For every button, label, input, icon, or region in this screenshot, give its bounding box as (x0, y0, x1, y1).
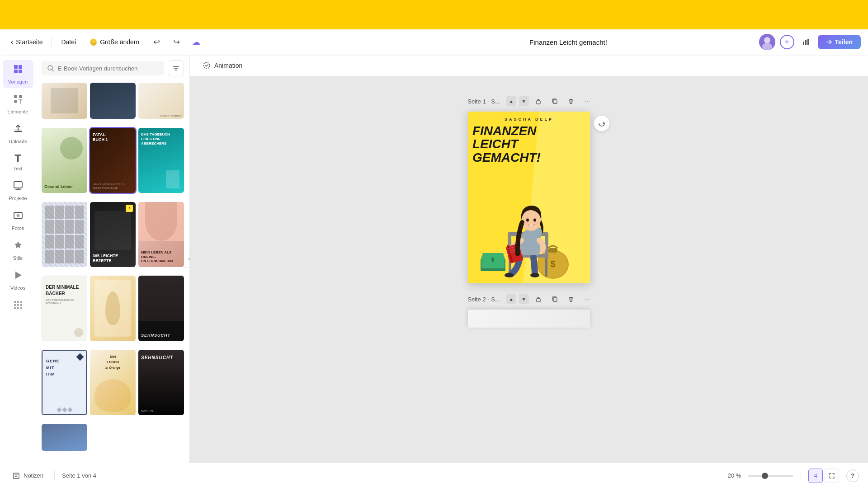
redo-button[interactable]: ↪ (169, 35, 184, 49)
sidebar-item-text[interactable]: T Text (3, 150, 33, 175)
template-grid: Sascha Fröhmann Gesund Leben FATAL:BUCH … (36, 80, 189, 463)
grid-view-button[interactable]: 4 (808, 469, 823, 483)
template-panel: Sascha Fröhmann Gesund Leben FATAL:BUCH … (36, 55, 190, 463)
filter-button[interactable] (168, 60, 184, 76)
svg-marker-18 (15, 272, 22, 279)
page2-more-button[interactable] (580, 292, 594, 306)
page1-more-button[interactable] (580, 94, 594, 108)
template-item[interactable]: ! 365 LEICHTE REZEPTE (90, 202, 136, 267)
svg-rect-13 (14, 129, 22, 132)
template-item[interactable] (42, 202, 87, 267)
book-page-2[interactable] (468, 310, 590, 328)
svg-point-1 (764, 37, 770, 43)
page2-down-button[interactable]: ▼ (519, 294, 529, 304)
page2-delete-button[interactable] (564, 292, 578, 306)
page2-wrapper: Seite 2 - S... ▲ ▼ (464, 292, 594, 328)
search-bar (36, 55, 189, 80)
template-item[interactable]: DER MINIMALE BÄCKER DAS PREISGÜNSTIGE BA… (42, 276, 87, 341)
header-left: ‹ Startseite Datei 🪙 Größe ändern ↩ ↪ ☁ (7, 35, 377, 49)
sidebar-item-vorlagen[interactable]: Vorlagen (3, 60, 33, 88)
size-label: Größe ändern (100, 38, 139, 46)
sidebar-item-uploads[interactable]: Uploads (3, 120, 33, 148)
animation-button[interactable]: Animation (199, 60, 246, 71)
page2-up-button[interactable]: ▲ (506, 294, 516, 304)
avatar[interactable] (759, 34, 775, 50)
sidebar-item-label-vorlagen: Vorlagen (8, 79, 28, 84)
view-buttons: 4 (808, 469, 839, 483)
sidebar-item-label-projekte: Projekte (9, 196, 27, 201)
sidebar-item-projekte[interactable]: Projekte (3, 177, 33, 205)
undo-button[interactable]: ↩ (149, 35, 164, 49)
size-button[interactable]: 🪙 Größe ändern (85, 37, 144, 47)
help-button[interactable]: ? (846, 469, 859, 482)
page1-lock-button[interactable] (532, 94, 545, 108)
svg-point-16 (16, 214, 19, 217)
sidebar-item-pattern[interactable] (3, 296, 33, 317)
page1-down-button[interactable]: ▼ (519, 96, 529, 106)
sidebar-item-label-fotos: Fotos (12, 225, 24, 231)
cloud-button[interactable]: ☁ (189, 35, 203, 49)
zoom-controls: 20 % (724, 472, 793, 479)
template-item[interactable]: FATAL:BUCH 1 HANDLUNGEN MITTELS SELBSTSA… (90, 128, 136, 193)
template-item[interactable] (42, 83, 87, 119)
svg-rect-23 (17, 304, 19, 306)
stile-icon (13, 240, 24, 253)
zoom-level: 20 % (724, 472, 745, 479)
template-item[interactable]: Sascha Fröhmann (138, 83, 184, 119)
page2-lock-button[interactable] (532, 292, 545, 306)
elemente-icon (13, 94, 24, 107)
page1-author: SASCHA DELP (468, 117, 590, 122)
zoom-thumb[interactable] (762, 473, 768, 479)
svg-rect-11 (19, 95, 22, 98)
canvas-scroll[interactable]: Seite 1 - S... ▲ ▼ (190, 76, 868, 463)
sidebar-item-label-uploads: Uploads (9, 139, 27, 144)
svg-rect-26 (17, 307, 19, 309)
page1-copy-button[interactable] (548, 94, 561, 108)
share-button[interactable]: Teilen (818, 35, 861, 49)
page2-copy-button[interactable] (548, 292, 561, 306)
template-item[interactable] (90, 276, 136, 341)
svg-rect-4 (805, 40, 807, 45)
page1-title-line2: LEICHT (472, 137, 585, 150)
vorlagen-icon (13, 64, 24, 77)
coin-icon: 🪙 (90, 38, 97, 46)
help-label: ? (851, 472, 854, 479)
zoom-slider[interactable] (748, 475, 793, 477)
template-item[interactable] (42, 424, 87, 451)
notes-button[interactable]: Notizen (9, 470, 47, 481)
page1-delete-button[interactable] (564, 94, 578, 108)
collapse-panel-button[interactable]: ‹ (184, 250, 190, 268)
back-button[interactable]: ‹ Startseite (7, 36, 46, 48)
add-collaborator-button[interactable]: + (780, 35, 794, 49)
svg-point-56 (524, 222, 528, 225)
page1-up-button[interactable]: ▲ (506, 96, 516, 106)
page1-toolbar: Seite 1 - S... ▲ ▼ (464, 94, 594, 108)
sidebar-item-elemente[interactable]: Elemente (3, 90, 33, 118)
template-item[interactable]: DAS TAGEBUCH EINES UNI-ABBRECHERS (138, 128, 184, 193)
text-icon: T (14, 153, 21, 164)
template-item[interactable]: SEHNSUCHT (138, 276, 184, 341)
template-item[interactable]: Gesund Leben (42, 128, 87, 193)
stats-button[interactable] (799, 35, 813, 49)
fullscreen-button[interactable] (825, 469, 839, 483)
sidebar-item-label-videos: Videos (10, 285, 25, 291)
book-page-1[interactable]: SASCHA DELP FINANZEN LEICHT GEMACHT! (468, 112, 590, 283)
search-input-wrap[interactable] (42, 61, 164, 75)
sidebar-item-stile[interactable]: Stile (3, 236, 33, 264)
svg-rect-20 (17, 301, 19, 303)
sidebar-item-videos[interactable]: Videos (3, 266, 33, 294)
template-item[interactable]: MEIN LEBEN ALS ONLINE-UNTERNEHMERIN (138, 202, 184, 267)
template-item[interactable] (90, 83, 136, 119)
svg-rect-8 (14, 70, 18, 73)
template-item[interactable]: GEHEMITIHM (42, 350, 87, 415)
template-item[interactable]: SEHNSUCHT Noel Eni... (138, 350, 184, 415)
sidebar-item-fotos[interactable]: Fotos (3, 206, 33, 235)
svg-rect-14 (14, 182, 22, 188)
page1-title: FINANZEN LEICHT GEMACHT! (472, 124, 585, 164)
datei-menu[interactable]: Datei (57, 37, 80, 47)
share-label: Teilen (835, 38, 853, 46)
search-input[interactable] (58, 65, 159, 72)
template-item[interactable]: EINLEBENin Orange (90, 350, 136, 415)
refresh-button[interactable] (594, 115, 610, 131)
notes-icon (13, 472, 20, 479)
